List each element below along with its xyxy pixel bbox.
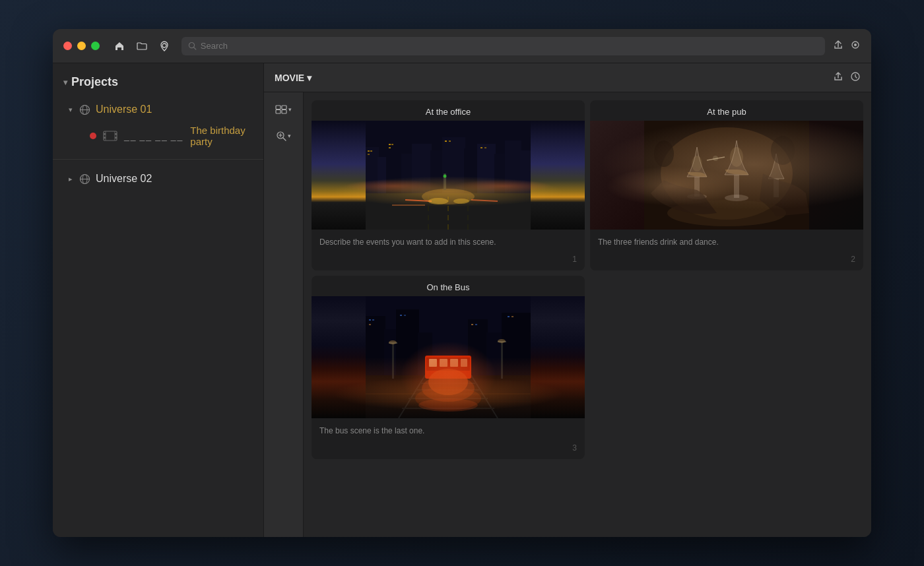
scene-card-image-pub	[590, 121, 863, 230]
svg-rect-87	[400, 315, 402, 316]
svg-rect-21	[276, 110, 280, 114]
traffic-lights	[63, 42, 100, 50]
movie-label: MOVIE	[275, 73, 304, 83]
scene-card-image-bus	[312, 296, 585, 418]
svg-point-64	[667, 200, 786, 226]
svg-point-109	[415, 387, 481, 410]
svg-rect-47	[449, 141, 451, 142]
svg-rect-45	[389, 147, 391, 148]
svg-rect-31	[401, 154, 413, 230]
projects-chevron[interactable]: ▾	[63, 78, 67, 87]
search-bar[interactable]	[182, 37, 825, 55]
circle-icon[interactable]	[850, 71, 861, 84]
share-icon[interactable]	[833, 40, 843, 53]
svg-rect-42	[368, 154, 370, 155]
svg-rect-38	[505, 141, 521, 230]
svg-rect-75	[366, 296, 531, 418]
svg-point-116	[498, 339, 506, 343]
sidebar-divider	[53, 159, 263, 160]
svg-point-110	[418, 398, 478, 412]
scene-card-bus[interactable]: On the Bus	[312, 276, 585, 459]
movie-chevron: ▾	[307, 73, 312, 83]
scene-status-dot	[90, 133, 96, 139]
svg-rect-90	[475, 324, 477, 325]
svg-rect-85	[372, 319, 374, 321]
svg-point-63	[661, 127, 793, 220]
toolbar-right	[833, 71, 861, 84]
scene-card-office[interactable]: At the office	[312, 100, 585, 270]
search-input[interactable]	[201, 41, 818, 51]
sidebar: ▾ Projects ▾ Universe 01	[53, 63, 264, 537]
scene-card-title-bus: On the Bus	[312, 276, 585, 296]
svg-rect-111	[392, 342, 394, 379]
sidebar-item-birthday-party[interactable]: ________ The birthday party	[53, 121, 263, 151]
svg-line-55	[405, 200, 432, 201]
universe01-chevron[interactable]: ▾	[69, 106, 73, 114]
birthday-party-label: The birthday party	[190, 125, 253, 147]
scene-card-num-pub: 2	[590, 252, 863, 270]
svg-rect-40	[368, 150, 370, 152]
layout-icon[interactable]: ▾	[273, 100, 294, 119]
scene-grid: At the office	[304, 92, 871, 537]
maximize-button[interactable]	[91, 42, 100, 50]
window-content: ▾ Projects ▾ Universe 01	[53, 63, 871, 537]
svg-rect-91	[508, 316, 510, 317]
location-icon[interactable]	[158, 40, 171, 53]
svg-line-95	[471, 375, 498, 418]
close-button[interactable]	[63, 42, 72, 50]
universe02-chevron[interactable]: ▸	[69, 175, 73, 183]
svg-rect-50	[366, 193, 531, 230]
svg-point-66	[687, 194, 707, 199]
svg-rect-86	[369, 324, 371, 325]
settings-icon[interactable]	[850, 40, 861, 53]
svg-rect-10	[104, 137, 106, 139]
svg-rect-39	[520, 150, 531, 230]
svg-rect-102	[426, 358, 470, 371]
scene-card-pub[interactable]: At the pub	[590, 100, 863, 270]
svg-rect-43	[389, 144, 391, 145]
svg-rect-93	[366, 375, 531, 418]
svg-line-2	[194, 47, 196, 49]
svg-rect-32	[412, 144, 432, 230]
svg-rect-22	[282, 110, 286, 114]
svg-point-73	[654, 141, 674, 167]
svg-rect-76	[366, 296, 531, 375]
svg-point-59	[453, 199, 469, 204]
svg-rect-19	[276, 106, 280, 110]
main-toolbar: MOVIE ▾	[264, 63, 871, 92]
svg-rect-62	[644, 121, 809, 230]
home-icon[interactable]	[113, 40, 126, 53]
svg-rect-79	[396, 309, 419, 418]
svg-rect-92	[512, 316, 513, 317]
svg-rect-44	[391, 144, 393, 145]
svg-rect-27	[366, 121, 531, 230]
folder-icon[interactable]	[135, 40, 148, 53]
scene-card-desc-office: Describe the events you want to add in t…	[312, 230, 585, 252]
svg-rect-83	[502, 313, 531, 418]
share-toolbar-icon[interactable]	[833, 71, 843, 84]
svg-rect-106	[461, 359, 467, 367]
svg-rect-36	[477, 144, 496, 230]
svg-point-54	[422, 189, 475, 204]
svg-rect-69	[774, 179, 779, 197]
movie-menu[interactable]: MOVIE ▾	[275, 73, 312, 83]
svg-rect-80	[418, 332, 432, 418]
projects-label: Projects	[71, 75, 118, 89]
sidebar-item-universe02[interactable]: ▸ Universe 02	[53, 168, 263, 190]
svg-point-58	[428, 198, 448, 204]
svg-rect-20	[282, 106, 286, 110]
svg-rect-28	[366, 147, 379, 230]
universe01-label: Universe 01	[96, 104, 152, 115]
svg-rect-46	[445, 141, 447, 142]
svg-point-107	[428, 369, 468, 395]
minimize-button[interactable]	[77, 42, 86, 50]
svg-rect-33	[430, 150, 444, 230]
svg-rect-112	[389, 342, 397, 344]
svg-point-68	[725, 195, 748, 201]
svg-point-113	[389, 340, 397, 344]
sidebar-item-universe01[interactable]: ▾ Universe 01	[53, 98, 263, 121]
zoom-icon[interactable]: ▾	[273, 127, 294, 145]
svg-rect-41	[370, 150, 372, 152]
svg-rect-84	[369, 319, 371, 321]
svg-rect-29	[378, 157, 387, 230]
